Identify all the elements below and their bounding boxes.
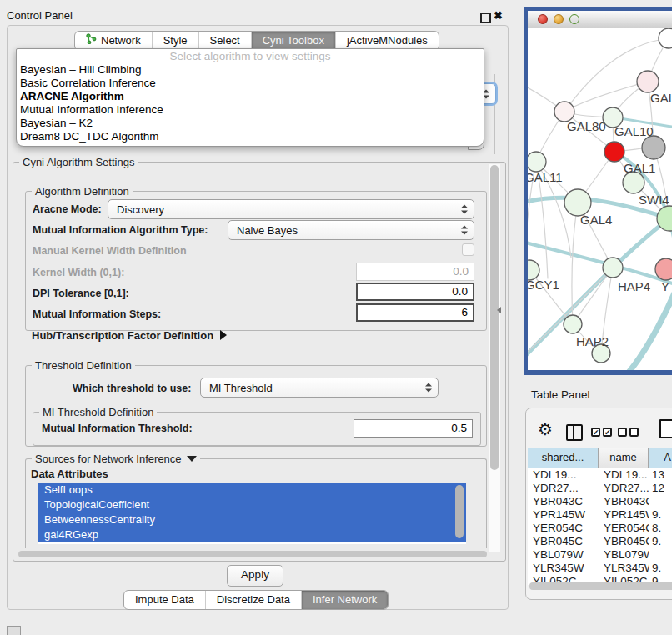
attribute-item[interactable]: BetweennessCentrality xyxy=(38,512,466,528)
splitter-collapse-icon[interactable] xyxy=(497,307,501,313)
control-panel-title: Control Panel xyxy=(7,9,73,22)
settings-scrollbar-thumb[interactable] xyxy=(490,165,499,470)
deselect-all-icon-2[interactable] xyxy=(629,428,639,437)
algorithm-list-item[interactable]: Basic Correlation Inference xyxy=(17,77,484,90)
tab-infer-network[interactable]: Infer Network xyxy=(301,591,388,609)
algorithm-list-item[interactable]: Bayesian – Hill Climbing xyxy=(17,63,484,77)
mi-steps-field[interactable]: 6 xyxy=(356,303,474,322)
table-row[interactable]: YDL19... YDL19... 13 xyxy=(528,468,672,482)
algorithm-popup-placeholder: Select algorithm to view settings xyxy=(17,49,484,63)
deselect-all-icon[interactable] xyxy=(618,428,627,437)
dpi-tolerance-field[interactable]: 0.0 xyxy=(356,282,474,301)
algorithm-list-item[interactable]: Bayesian – K2 xyxy=(17,117,484,130)
tab-style[interactable]: Style xyxy=(152,32,198,50)
svg-text:GAL10: GAL10 xyxy=(614,124,654,138)
algorithm-popup: Select algorithm to view settings Bayesi… xyxy=(16,48,484,147)
manual-kernel-checkbox[interactable] xyxy=(462,243,474,256)
mi-threshold-group: MI Threshold Definition Mutual Informati… xyxy=(33,412,481,446)
network-icon xyxy=(86,32,97,50)
export-table-icon[interactable] xyxy=(659,419,672,438)
attribute-item[interactable]: SelfLoops xyxy=(38,482,466,498)
attributes-scrollbar-thumb[interactable] xyxy=(455,485,464,538)
node-table: shared... name A YDL19... YDL19... 13 YD… xyxy=(528,448,672,585)
table-panel-title: Table Panel xyxy=(531,388,590,401)
network-canvas[interactable]: GALGAL80GAL10GAL1GAL11SWI4GAL4GCY1HAP4YH… xyxy=(528,28,672,370)
table-row[interactable]: YER054C YER054C 8. xyxy=(528,522,672,535)
which-threshold-select[interactable]: MI Threshold xyxy=(200,378,439,398)
table-row[interactable]: YBR045C YBR045C 9. xyxy=(528,535,672,548)
svg-text:HAP4: HAP4 xyxy=(618,279,650,293)
window-zoom-icon[interactable] xyxy=(569,14,579,24)
column-header-partial[interactable]: A xyxy=(649,448,672,468)
algorithm-definition-title: Algorithm Definition xyxy=(32,185,133,198)
expand-right-icon xyxy=(220,330,227,340)
sources-title[interactable]: Sources for Network Inference xyxy=(32,452,200,465)
svg-text:SWI4: SWI4 xyxy=(639,192,669,207)
column-header-name[interactable]: name xyxy=(599,448,649,468)
svg-text:GAL4: GAL4 xyxy=(580,212,612,227)
section-divider xyxy=(11,152,504,153)
attribute-item[interactable]: TopologicalCoefficient xyxy=(38,498,466,512)
collapse-down-icon xyxy=(187,456,197,462)
close-icon[interactable]: ✖ xyxy=(494,9,503,22)
mi-steps-label: Mutual Information Steps: xyxy=(33,308,161,320)
settings-scrollbar[interactable] xyxy=(489,164,500,552)
stepper-icon xyxy=(461,205,468,214)
table-rows: YDL19... YDL19... 13 YDR27... YDR27... 1… xyxy=(528,468,672,585)
network-window[interactable]: GALGAL80GAL10GAL1GAL11SWI4GAL4GCY1HAP4YH… xyxy=(524,7,672,375)
dpi-tolerance-label: DPI Tolerance [0,1]: xyxy=(33,288,129,299)
table-row[interactable]: YBL079W YBL079W xyxy=(528,548,672,562)
tab-select[interactable]: Select xyxy=(198,32,251,50)
mi-threshold-field[interactable]: 0.5 xyxy=(354,419,473,438)
svg-text:Y: Y xyxy=(661,279,669,293)
gear-icon[interactable]: ⚙ xyxy=(538,419,553,439)
tab-jactivemnodules[interactable]: jActiveMNodules xyxy=(335,32,439,50)
tab-network-label: Network xyxy=(101,32,141,50)
cyni-mode-tabs: Impute Data Discretize Data Infer Networ… xyxy=(123,590,389,610)
float-window-icon[interactable] xyxy=(480,12,491,23)
table-row[interactable]: YPR145W YPR145W 9. xyxy=(528,508,672,522)
mi-threshold-title: MI Threshold Definition xyxy=(39,406,157,418)
sources-group: Sources for Network Inference Data Attri… xyxy=(25,458,487,548)
algorithm-definition-group: Algorithm Definition Aracne Mode: Discov… xyxy=(25,191,487,331)
collapsed-panel-icon[interactable] xyxy=(7,626,21,635)
kernel-width-field[interactable]: 0.0 xyxy=(356,262,474,281)
stepper-icon xyxy=(425,383,432,392)
select-all-check-icon-2[interactable]: ✔ xyxy=(603,428,612,437)
table-header: shared... name A xyxy=(528,448,672,468)
select-all-check-icon[interactable]: ✔ xyxy=(591,428,600,437)
network-window-titlebar[interactable] xyxy=(528,11,672,28)
tab-impute-data[interactable]: Impute Data xyxy=(124,591,205,609)
aracne-mode-label: Aracne Mode: xyxy=(33,203,102,215)
aracne-mode-select[interactable]: Discovery xyxy=(108,199,474,219)
table-row[interactable]: YDR27... YDR27... 12 xyxy=(528,482,672,495)
mi-type-select[interactable]: Naive Bayes xyxy=(228,220,474,240)
algorithm-list-item[interactable]: Mutual Information Inference xyxy=(17,103,484,117)
tab-cyni-toolbox[interactable]: Cyni Toolbox xyxy=(251,32,335,50)
apply-button[interactable]: Apply xyxy=(227,565,283,587)
stepper-icon xyxy=(461,226,468,235)
table-panel: ⚙ ✔ ✔ shared... name A YDL19... YDL19...… xyxy=(525,408,672,600)
table-row[interactable]: YBR043C YBR043C xyxy=(528,495,672,508)
table-hscrollbar-thumb[interactable] xyxy=(529,582,672,590)
kernel-width-label: Kernel Width (0,1): xyxy=(33,267,124,278)
tab-network[interactable]: Network xyxy=(75,32,152,50)
settings-hscrollbar-thumb[interactable] xyxy=(18,551,487,558)
tab-discretize-data[interactable]: Discretize Data xyxy=(205,591,301,609)
data-attributes-list: SelfLoopsTopologicalCoefficientBetweenne… xyxy=(38,482,466,544)
svg-text:GAL: GAL xyxy=(650,91,672,105)
column-view-icon[interactable] xyxy=(566,424,583,441)
hub-definition-toggle[interactable]: Hub/Transcription Factor Definition xyxy=(32,329,227,342)
svg-text:GCY1: GCY1 xyxy=(528,278,559,292)
window-close-icon[interactable] xyxy=(538,14,548,24)
column-header-shared-name[interactable]: shared... xyxy=(528,448,599,468)
algorithm-list-item[interactable]: ARACNE Algorithm xyxy=(17,90,484,103)
data-attributes-label: Data Attributes xyxy=(31,468,108,480)
svg-text:HAP2: HAP2 xyxy=(576,334,609,348)
threshold-definition-group: Threshold Definition Which threshold to … xyxy=(25,365,487,447)
window-minimize-icon[interactable] xyxy=(554,14,564,24)
algorithm-list-item[interactable]: Dream8 DC_TDC Algorithm xyxy=(17,130,484,143)
table-row[interactable]: YLR345W YLR345W 9. xyxy=(528,562,672,575)
attribute-item[interactable]: gal4RGexp xyxy=(38,528,466,542)
algorithm-list: Bayesian – Hill ClimbingBasic Correlatio… xyxy=(17,63,484,143)
